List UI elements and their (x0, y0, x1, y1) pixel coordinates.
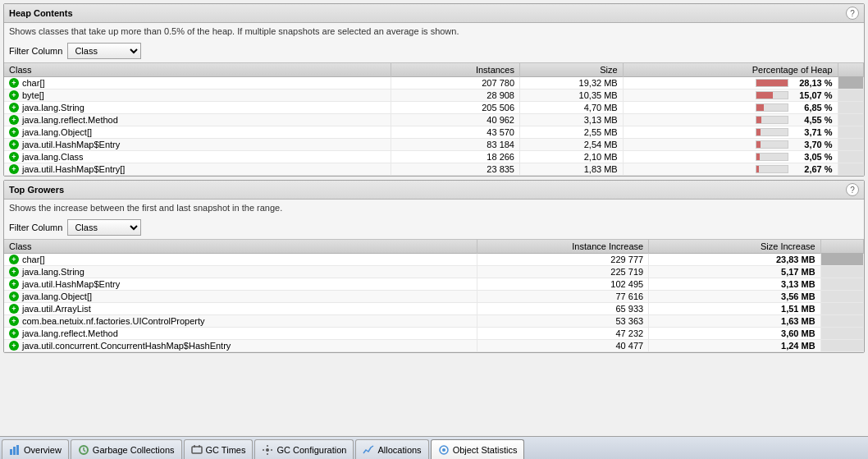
size-increase-value: 3,56 MB (649, 291, 821, 303)
svg-point-7 (266, 448, 269, 452)
heap-row[interactable]: +char[]207 78019,32 MB 28,13 % (4, 77, 864, 90)
class-name: java.lang.reflect.Method (22, 115, 118, 125)
size-increase-value: 1,51 MB (649, 303, 821, 315)
top-growers-header: Top Growers ? (4, 181, 864, 200)
percentage-text: 2,67 % (792, 164, 833, 174)
instance-increase-value: 53 363 (477, 315, 649, 328)
size-value: 1,83 MB (520, 163, 624, 176)
scroll-cell (820, 278, 863, 291)
size-value: 4,70 MB (520, 102, 624, 114)
svg-rect-4 (192, 447, 202, 453)
growers-col-instance-increase[interactable]: Instance Increase (477, 240, 649, 254)
size-increase-value: 5,17 MB (649, 266, 821, 278)
gc-configuration-tab-icon (262, 444, 273, 456)
growers-row[interactable]: +java.lang.reflect.Method47 2323,60 MB (4, 328, 864, 340)
overview-tab-icon (9, 444, 21, 456)
heap-row[interactable]: +java.util.HashMap$Entry83 1842,54 MB 3,… (4, 139, 864, 151)
instances-value: 23 835 (391, 163, 519, 176)
top-growers-filter-select[interactable]: Class (67, 219, 141, 236)
tab-object-statistics[interactable]: Object Statistics (431, 439, 525, 459)
instance-increase-value: 77 616 (477, 291, 649, 303)
growers-row[interactable]: +java.util.ArrayList65 9331,51 MB (4, 303, 864, 315)
tab-allocations[interactable]: Allocations (355, 439, 428, 459)
heap-contents-desc: Shows classes that take up more than 0.5… (4, 23, 864, 39)
size-value: 2,10 MB (520, 151, 624, 163)
instances-value: 40 962 (391, 114, 519, 126)
class-name: java.lang.Class (22, 152, 84, 162)
tab-overview[interactable]: Overview (2, 439, 69, 459)
heap-col-size[interactable]: Size (520, 63, 624, 77)
object-statistics-tab-icon (438, 444, 450, 456)
heap-row[interactable]: +byte[]28 90810,35 MB 15,07 % (4, 90, 864, 102)
percentage-bar (756, 103, 788, 112)
heap-contents-filter-label: Filter Column (9, 46, 62, 56)
scroll-cell (820, 303, 863, 315)
heap-col-instances[interactable]: Instances (391, 63, 519, 77)
growers-row[interactable]: +java.util.HashMap$Entry102 4953,13 MB (4, 278, 864, 291)
growers-scroll-header (820, 240, 863, 254)
heap-row[interactable]: +java.lang.Class18 2662,10 MB 3,05 % (4, 151, 864, 163)
instance-increase-value: 47 232 (477, 328, 649, 340)
size-value: 3,13 MB (520, 114, 624, 126)
heap-row[interactable]: +java.lang.Object[]43 5702,55 MB 3,71 % (4, 126, 864, 139)
growers-row[interactable]: +com.bea.netuix.nf.factories.UIControlPr… (4, 315, 864, 328)
growers-row[interactable]: +java.util.concurrent.ConcurrentHashMap$… (4, 340, 864, 352)
instance-increase-value: 65 933 (477, 303, 649, 315)
row-icon: + (9, 316, 19, 326)
heap-row[interactable]: +java.lang.String205 5064,70 MB 6,85 % (4, 102, 864, 114)
growers-row[interactable]: +java.lang.Object[]77 6163,56 MB (4, 291, 864, 303)
gc-times-tab-icon (191, 444, 203, 456)
tab-gc-times[interactable]: GC Times (184, 439, 254, 459)
class-name: java.util.ArrayList (22, 304, 91, 314)
scroll-cell (838, 151, 863, 163)
growers-col-class[interactable]: Class (4, 240, 477, 254)
row-icon: + (9, 255, 19, 264)
row-icon: + (9, 341, 19, 351)
percentage-value: 28,13 % (623, 77, 838, 90)
main-content: Heap Contents ? Shows classes that take … (0, 0, 868, 436)
scroll-cell (820, 340, 863, 352)
tab-garbage-collections[interactable]: Garbage Collections (71, 439, 182, 459)
size-value: 10,35 MB (520, 90, 624, 102)
class-name: byte[] (22, 90, 44, 100)
heap-contents-table: Class Instances Size Percentage of Heap … (4, 63, 864, 176)
tab-gc-configuration[interactable]: GC Configuration (254, 439, 354, 459)
percentage-bar (756, 91, 788, 99)
heap-contents-help-button[interactable]: ? (846, 7, 859, 20)
heap-contents-filter-select[interactable]: Class (67, 43, 141, 59)
scroll-cell (838, 139, 863, 151)
heap-row[interactable]: +java.util.HashMap$Entry[]23 8351,83 MB … (4, 163, 864, 176)
percentage-value: 3,71 % (623, 126, 838, 139)
growers-row[interactable]: +java.lang.String225 7195,17 MB (4, 266, 864, 278)
row-icon: + (9, 115, 19, 125)
growers-row[interactable]: +char[]229 77723,83 MB (4, 254, 864, 266)
scroll-cell (820, 254, 863, 266)
svg-rect-1 (13, 447, 16, 455)
top-growers-help-button[interactable]: ? (846, 183, 859, 196)
class-name: java.util.HashMap$Entry (22, 140, 120, 149)
percentage-bar (756, 140, 788, 149)
percentage-bar (756, 128, 788, 136)
percentage-bar (756, 153, 788, 161)
class-name: java.lang.Object[] (22, 291, 92, 301)
heap-col-percentage[interactable]: Percentage of Heap (623, 63, 838, 77)
scroll-cell (838, 163, 863, 176)
heap-contents-filter-row: Filter Column Class (4, 39, 864, 62)
scroll-cell (820, 328, 863, 340)
object-statistics-tab-label: Object Statistics (453, 445, 518, 455)
size-increase-value: 1,24 MB (649, 340, 821, 352)
percentage-value: 2,67 % (623, 163, 838, 176)
class-name: java.util.HashMap$Entry (22, 279, 120, 289)
row-icon: + (9, 127, 19, 137)
heap-row[interactable]: +java.lang.reflect.Method40 9623,13 MB 4… (4, 114, 864, 126)
class-name: java.lang.String (22, 103, 85, 112)
top-growers-panel: Top Growers ? Shows the increase between… (3, 180, 865, 353)
heap-contents-table-container: Class Instances Size Percentage of Heap … (4, 62, 864, 176)
size-increase-value: 23,83 MB (649, 254, 821, 266)
row-icon: + (9, 103, 19, 112)
growers-col-size-increase[interactable]: Size Increase (649, 240, 821, 254)
heap-col-class[interactable]: Class (4, 63, 391, 77)
row-icon: + (9, 140, 19, 149)
top-growers-desc: Shows the increase between the first and… (4, 200, 864, 216)
svg-rect-2 (16, 445, 19, 455)
